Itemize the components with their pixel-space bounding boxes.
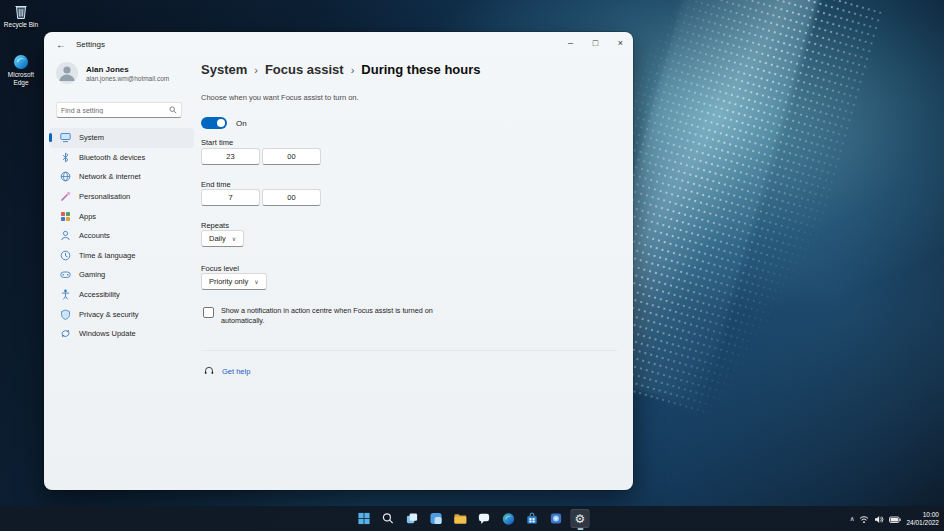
- sidebar-item-label: Privacy & security: [79, 310, 139, 319]
- sidebar-item-label: Bluetooth & devices: [79, 153, 145, 162]
- store-button[interactable]: [523, 509, 542, 528]
- section-divider: [201, 350, 617, 351]
- end-minute-input[interactable]: [262, 189, 321, 206]
- page-title: During these hours: [361, 62, 480, 77]
- settings-window: ← Settings – □ × Alan Jones alan.jones.w…: [44, 32, 633, 490]
- start-time-label: Start time: [201, 138, 233, 147]
- taskbar-clock[interactable]: 10:00 24/01/2022: [906, 511, 939, 527]
- repeats-value: Daily: [209, 234, 226, 243]
- breadcrumb-focus-assist[interactable]: Focus assist: [265, 62, 344, 77]
- chat-bubble-icon: [478, 512, 491, 525]
- profile-name: Alan Jones: [86, 65, 169, 74]
- sidebar-item-accessibility[interactable]: Accessibility: [49, 285, 194, 305]
- gear-icon: ⚙: [575, 513, 586, 525]
- sidebar-item-label: Network & internet: [79, 172, 141, 181]
- start-button[interactable]: [355, 509, 374, 528]
- edge-icon: [1, 54, 41, 70]
- window-title: Settings: [76, 40, 105, 49]
- edge-button[interactable]: [499, 509, 518, 528]
- system-icon: [60, 132, 71, 143]
- start-minute-input[interactable]: [262, 148, 321, 165]
- settings-search-box[interactable]: [56, 102, 182, 118]
- sidebar-item-label: Gaming: [79, 270, 105, 279]
- sidebar-item-bluetooth-devices[interactable]: Bluetooth & devices: [49, 148, 194, 168]
- search-input[interactable]: [57, 107, 169, 114]
- settings-app-button[interactable]: ⚙: [571, 509, 590, 528]
- store-bag-icon: [526, 512, 539, 525]
- widgets-icon: [430, 512, 443, 525]
- sidebar-item-time-language[interactable]: Time & language: [49, 246, 194, 266]
- end-hour-input[interactable]: [201, 189, 260, 206]
- profile-email: alan.jones.wm@hotmail.com: [86, 75, 169, 82]
- focus-level-label: Focus level: [201, 264, 239, 273]
- wifi-icon[interactable]: [859, 510, 869, 528]
- task-view-icon: [406, 512, 419, 525]
- windows-logo-icon: [358, 512, 371, 525]
- desktop-icon-microsoft-edge[interactable]: Microsoft Edge: [1, 54, 41, 86]
- sidebar-item-accounts[interactable]: Accounts: [49, 226, 194, 246]
- accessibility-person-icon: [60, 289, 71, 300]
- sidebar-item-label: Personalisation: [79, 192, 130, 201]
- start-hour-input[interactable]: [201, 148, 260, 165]
- chat-button[interactable]: [475, 509, 494, 528]
- task-view-button[interactable]: [403, 509, 422, 528]
- file-explorer-icon: [454, 512, 467, 525]
- search-icon: [382, 512, 395, 525]
- sidebar-item-label: System: [79, 133, 104, 142]
- notification-checkbox[interactable]: [203, 307, 214, 318]
- clock-icon: [60, 250, 71, 261]
- photos-icon: [550, 512, 563, 525]
- repeats-dropdown[interactable]: Daily ∨: [201, 230, 244, 247]
- breadcrumb-system[interactable]: System: [201, 62, 247, 77]
- focus-assist-toggle-row: On: [201, 117, 247, 129]
- page-description: Choose when you want Focus assist to tur…: [201, 93, 359, 102]
- accounts-person-icon: [60, 230, 71, 241]
- sidebar-item-personalisation[interactable]: Personalisation: [49, 187, 194, 207]
- desktop-icon-label: Microsoft Edge: [1, 71, 41, 86]
- battery-icon[interactable]: [889, 510, 901, 528]
- window-titlebar: ← Settings: [54, 37, 105, 51]
- notification-checkbox-row: Show a notification in action centre whe…: [203, 306, 446, 325]
- clock-date: 24/01/2022: [906, 519, 939, 527]
- sidebar-item-network-internet[interactable]: Network & internet: [49, 167, 194, 187]
- taskbar-search-button[interactable]: [379, 509, 398, 528]
- sidebar-item-label: Accessibility: [79, 290, 120, 299]
- sidebar-item-label: Time & language: [79, 251, 135, 260]
- focus-level-dropdown[interactable]: Priority only ∨: [201, 273, 267, 290]
- volume-icon[interactable]: [874, 510, 884, 528]
- network-globe-icon: [60, 171, 71, 182]
- shield-icon: [60, 309, 71, 320]
- hidden-icons-chevron-icon[interactable]: ∧: [850, 515, 855, 523]
- repeats-label: Repeats: [201, 221, 229, 230]
- edge-icon: [501, 512, 515, 526]
- settings-sidebar-nav: System Bluetooth & devices Network & int…: [44, 128, 199, 344]
- bluetooth-icon: [60, 152, 71, 163]
- toggle-state-label: On: [236, 119, 247, 128]
- breadcrumb: System › Focus assist › During these hou…: [201, 62, 481, 77]
- sidebar-item-apps[interactable]: Apps: [49, 206, 194, 226]
- file-explorer-button[interactable]: [451, 509, 470, 528]
- sidebar-item-windows-update[interactable]: Windows Update: [49, 324, 194, 344]
- gamepad-icon: [60, 269, 71, 280]
- system-tray: ∧ 10:00 24/01/2022: [850, 506, 939, 531]
- taskbar: ⚙ ∧ 10:00 24/01/2022: [0, 506, 944, 531]
- back-button[interactable]: ←: [54, 37, 68, 51]
- end-time-label: End time: [201, 180, 231, 189]
- user-profile[interactable]: Alan Jones alan.jones.wm@hotmail.com: [56, 62, 169, 84]
- get-help-link[interactable]: Get help: [222, 367, 250, 376]
- avatar: [56, 62, 78, 84]
- focus-assist-toggle[interactable]: [201, 117, 227, 129]
- chevron-down-icon: ∨: [254, 278, 258, 285]
- headset-help-icon: [204, 362, 214, 380]
- get-help-row: Get help: [204, 362, 250, 380]
- widgets-button[interactable]: [427, 509, 446, 528]
- desktop-screen: Recycle Bin Microsoft Edge ← Settings – …: [0, 0, 944, 531]
- sidebar-item-privacy-security[interactable]: Privacy & security: [49, 304, 194, 324]
- sidebar-item-system[interactable]: System: [49, 128, 194, 148]
- desktop-icon-recycle-bin[interactable]: Recycle Bin: [1, 3, 41, 29]
- sidebar-item-gaming[interactable]: Gaming: [49, 265, 194, 285]
- focus-assist-hours-page: System › Focus assist › During these hou…: [201, 32, 626, 490]
- photos-button[interactable]: [547, 509, 566, 528]
- desktop-icon-label: Recycle Bin: [1, 21, 41, 29]
- update-arrows-icon: [60, 328, 71, 339]
